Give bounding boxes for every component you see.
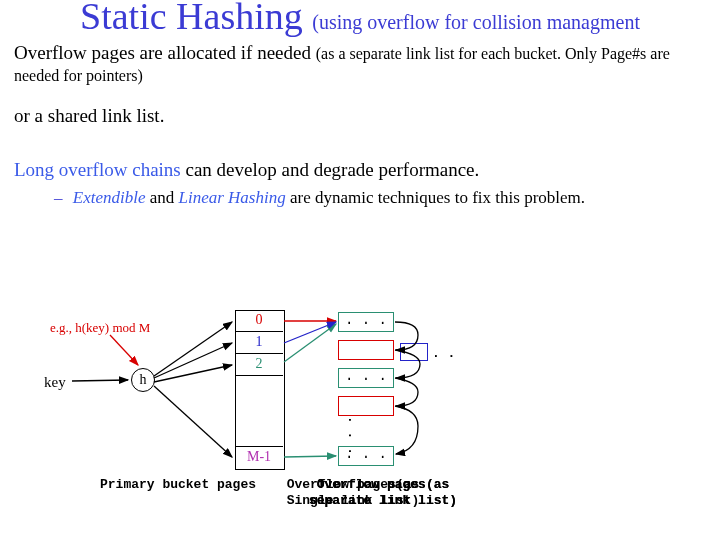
bullet-mid: and <box>145 188 178 207</box>
vdots: . . . <box>345 416 360 455</box>
dots3a: . . . <box>345 368 387 384</box>
svg-line-4 <box>154 365 232 382</box>
slot-1: 1 <box>235 332 283 354</box>
ov-box-2 <box>338 340 394 360</box>
h-text: h <box>140 372 147 387</box>
dash-icon: – <box>54 188 63 207</box>
ov-box-4 <box>338 396 394 416</box>
svg-line-7 <box>284 324 336 362</box>
svg-line-8 <box>284 322 336 343</box>
para-3: Long overflow chains can develop and deg… <box>14 159 700 181</box>
para-2: or a shared link list. <box>14 105 700 127</box>
svg-line-9 <box>284 456 336 457</box>
svg-line-1 <box>72 380 128 381</box>
dots1: . . . <box>345 312 387 328</box>
ov-box-1: . . . <box>338 312 394 332</box>
svg-line-3 <box>154 343 232 378</box>
slide-title: Static Hashing (using overflow for colli… <box>0 0 720 38</box>
p3-highlight: Long overflow chains <box>14 159 181 180</box>
bullet-tail: are dynamic techniques to fix this probl… <box>286 188 585 207</box>
bullet-term1: Extendible <box>73 188 146 207</box>
p1-main: Overflow pages are allocated if needed <box>14 42 316 63</box>
ov-box-3: . . . <box>338 368 394 388</box>
slot-2: 2 <box>235 354 283 376</box>
svg-line-2 <box>154 322 232 376</box>
bullet-line: – Extendible and Linear Hashing are dyna… <box>54 188 720 208</box>
ov-box-2b <box>400 343 428 361</box>
svg-line-0 <box>110 335 138 365</box>
bullet-term2: Linear Hashing <box>179 188 286 207</box>
title-sub: (using overflow for collision managment <box>312 11 640 33</box>
slot-0: 0 <box>235 310 283 332</box>
dots-right: . . <box>432 346 455 361</box>
key-label: key <box>44 374 66 391</box>
caption-ov2: Overflow pages(as separate link list) <box>298 477 468 508</box>
p3-rest: can develop and degrade performance. <box>181 159 480 180</box>
example-label: e.g., h(key) mod M <box>50 320 150 336</box>
caption-primary: Primary bucket pages <box>88 477 268 493</box>
hashing-diagram: e.g., h(key) mod M key h 0 1 2 M-1 . . .… <box>0 310 720 530</box>
svg-line-5 <box>154 386 232 457</box>
hash-node: h <box>131 368 155 392</box>
title-main: Static Hashing <box>80 0 303 37</box>
slot-last: M-1 <box>235 446 283 468</box>
para-1: Overflow pages are allocated if needed (… <box>14 42 700 87</box>
